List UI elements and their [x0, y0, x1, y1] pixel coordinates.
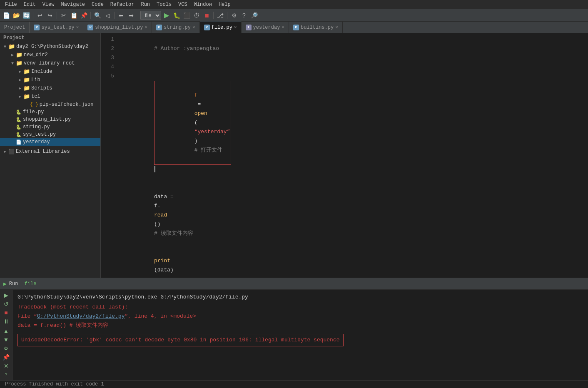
coverage-btn[interactable]: ⬛: [182, 11, 191, 20]
menu-view[interactable]: View: [39, 0, 58, 9]
undo-btn[interactable]: ↩: [35, 11, 45, 20]
tree-item-venv[interactable]: ▼ 📁 venv library root: [0, 59, 100, 67]
code-area[interactable]: # Author :yanpengtao f = open ( “yesterd…: [117, 33, 588, 278]
project-header-label: Project: [3, 35, 24, 41]
redo-btn[interactable]: ↪: [45, 11, 55, 20]
run-pause-btn[interactable]: ⏸: [2, 318, 11, 326]
run-pin-btn[interactable]: 📌: [2, 353, 11, 361]
settings-btn[interactable]: ⚙: [229, 11, 239, 20]
py-icon4: 🐍: [16, 132, 22, 137]
cut-btn[interactable]: ✂: [59, 11, 68, 20]
menu-help[interactable]: Help: [215, 0, 234, 9]
tree-item-day2[interactable]: ▼ 📁 day2 G:\PythonStudy\day2: [0, 42, 100, 51]
arrow-right-icon3: ▶: [17, 77, 23, 83]
forward-btn[interactable]: ➡: [127, 11, 136, 20]
tab-close-sys-test[interactable]: ×: [76, 25, 79, 30]
run-btn[interactable]: ▶: [162, 11, 171, 20]
menu-navigate[interactable]: Navigate: [57, 0, 88, 9]
menu-edit[interactable]: Edit: [20, 0, 39, 9]
arrow-down-icon: ▼: [2, 43, 8, 50]
run-stop-btn[interactable]: ■: [2, 309, 11, 317]
tree-item-sys-test[interactable]: 🐍 sys_test.py: [0, 131, 100, 138]
help-btn[interactable]: ?: [239, 11, 249, 20]
run-scroll-down-btn[interactable]: ▼: [2, 336, 11, 344]
tab-close-builtins[interactable]: ×: [335, 25, 338, 30]
error-box-container: UnicodeDecodeError: 'gbk' codec can't de…: [17, 332, 583, 346]
sep7: [227, 12, 227, 19]
library-icon: ⬛: [8, 149, 15, 155]
run-settings-btn[interactable]: ⚙: [2, 344, 11, 352]
debug-btn[interactable]: 🐛: [172, 11, 181, 20]
process-line: Process finished with exit code 1: [0, 380, 588, 388]
menu-file[interactable]: File: [2, 0, 20, 9]
error-message-box: UnicodeDecodeError: 'gbk' codec can't de…: [17, 334, 344, 346]
folder-icon7: 📁: [23, 93, 30, 100]
tab-yesterday[interactable]: T yesterday ×: [242, 22, 289, 33]
tree-item-string-py[interactable]: 🐍 string.py: [0, 123, 100, 131]
profile-btn[interactable]: ⏱: [192, 11, 201, 20]
sync-btn[interactable]: 🔄: [22, 11, 31, 20]
run-panel-header: ▶ Run file: [0, 278, 588, 290]
run-restart-btn[interactable]: ↺: [2, 300, 11, 308]
tab-sys-test[interactable]: P sys_test.py ×: [30, 22, 83, 33]
menu-window[interactable]: Window: [191, 0, 215, 9]
run-config-dropdown[interactable]: file: [140, 11, 161, 20]
run-file-label: file: [25, 281, 37, 287]
tab-icon-py: P: [34, 25, 40, 30]
tree-label-scripts: Scripts: [31, 85, 52, 91]
menu-run[interactable]: Run: [137, 0, 153, 9]
tab-file-py[interactable]: P file.py ×: [200, 22, 242, 33]
run-scroll-up-btn[interactable]: ▲: [2, 327, 11, 335]
run-close-btn[interactable]: ✕: [2, 362, 11, 370]
folder-icon2: 📁: [16, 52, 22, 58]
fn-read: read: [154, 212, 167, 218]
tab-builtins[interactable]: P builtins.py ×: [289, 22, 343, 33]
tree-label-tcl: tcl: [31, 94, 40, 99]
tab-close-shopping[interactable]: ×: [145, 25, 147, 30]
run-play-btn[interactable]: ▶: [2, 291, 11, 299]
menu-vcs[interactable]: VCS: [175, 0, 191, 9]
tab-close-string[interactable]: ×: [192, 25, 195, 30]
stop-btn[interactable]: ⏹: [202, 11, 211, 20]
run-text-label: Run: [9, 281, 18, 287]
find-prev-btn[interactable]: ◁: [103, 11, 112, 20]
open-btn[interactable]: 📂: [12, 11, 21, 20]
tree-item-include[interactable]: ▶ 📁 Include: [0, 67, 100, 76]
arrow-right-icon: ▶: [9, 52, 16, 58]
tree-item-lib[interactable]: ▶ 📁 Lib: [0, 76, 100, 84]
tree-item-yesterday[interactable]: 📄 yesterday: [0, 138, 100, 146]
tree-item-shopping-list[interactable]: 🐍 shopping_list.py: [0, 116, 100, 123]
tree-label-include: Include: [31, 69, 52, 75]
tree-item-tcl[interactable]: ▶ 📁 tcl: [0, 92, 100, 101]
back-btn[interactable]: ⬅: [117, 11, 126, 20]
tab-string[interactable]: P string.py ×: [152, 22, 199, 33]
tab-shopping-list[interactable]: P shopping_list.py ×: [83, 22, 152, 33]
menu-code[interactable]: Code: [88, 0, 107, 9]
folder-icon6: 📁: [23, 85, 30, 92]
run-help-btn[interactable]: ?: [2, 371, 11, 378]
tree-item-scripts[interactable]: ▶ 📁 Scripts: [0, 84, 100, 92]
tab-close-file[interactable]: ×: [234, 25, 237, 30]
txt-icon: 📄: [16, 139, 22, 145]
new-file-btn[interactable]: 📄: [2, 11, 11, 20]
vcs-btn[interactable]: ⎇: [216, 11, 225, 20]
search-everywhere-btn[interactable]: 🔎: [249, 11, 259, 20]
sep5: [138, 12, 138, 19]
paste-btn[interactable]: 📌: [79, 11, 88, 20]
tree-item-new-dir2[interactable]: ▶ 📁 new_dir2: [0, 51, 100, 59]
run-file-suffix: ”, line 4, in <module>: [125, 313, 196, 319]
tree-item-pip-json[interactable]: { } pip-selfcheck.json: [0, 101, 100, 108]
find-btn[interactable]: 🔍: [93, 11, 102, 20]
tree-item-file-py[interactable]: 🐍 file.py: [0, 108, 100, 116]
run-file-link[interactable]: G:/PythonStudy/day2/file.py: [37, 313, 125, 319]
nav-bar: Project P sys_test.py × P shopping_list.…: [0, 22, 588, 33]
tree-item-external-libs[interactable]: ▶ ⬛ External Libraries: [0, 147, 100, 156]
tab-close-yesterday[interactable]: ×: [282, 25, 284, 30]
sep1: [33, 12, 33, 19]
folder-icon3: 📁: [16, 60, 22, 67]
menu-refactor[interactable]: Refactor: [107, 0, 138, 9]
menu-tools[interactable]: Tools: [153, 0, 175, 9]
var-f: f.: [154, 203, 161, 209]
copy-btn[interactable]: 📋: [69, 11, 78, 20]
line-numbers: 1 2 3 4 5: [101, 33, 117, 278]
